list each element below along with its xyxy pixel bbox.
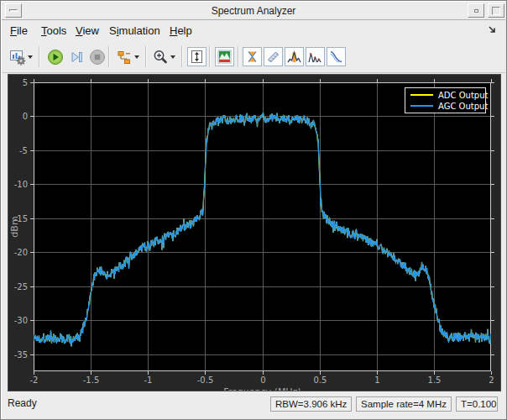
y-tick-label: -5	[19, 146, 28, 155]
x-tick-label: 0.5	[314, 375, 327, 385]
legend-label-adc: ADC Output	[438, 91, 488, 100]
toolbar-separator	[108, 46, 110, 67]
toolbar	[2, 40, 505, 73]
scope-settings-icon	[9, 49, 26, 66]
y-axis-label: dBm	[9, 216, 20, 237]
fit-to-view-icon	[189, 49, 205, 65]
menubar-arrow-icon[interactable]	[488, 25, 497, 34]
fit-to-view-button[interactable]	[187, 47, 206, 66]
simulation-configuration-button[interactable]	[114, 47, 133, 66]
axes-background	[34, 82, 491, 371]
stop-button[interactable]	[87, 47, 107, 66]
y-tick-label: 0	[23, 112, 28, 121]
agc-line-swatch	[410, 105, 433, 107]
toolbar-separator	[145, 46, 147, 67]
toolbar-separator	[209, 46, 211, 67]
title-bar: Spectrum Analyzer	[2, 2, 505, 20]
x-tick-label: 0	[260, 375, 265, 385]
status-rbw: RBW=3.906 kHz	[270, 396, 352, 412]
status-ready: Ready	[8, 397, 37, 409]
legend-entry-agc: AGC Output	[410, 101, 485, 111]
spectrum-analyzer-window: Spectrum Analyzer File Tools View Simula…	[0, 0, 507, 420]
cursor-measurements-button[interactable]	[243, 47, 262, 66]
x-tick-label: 2	[489, 375, 494, 385]
zoom-in-icon	[152, 49, 169, 66]
status-bar: Ready RBW=3.906 kHz Sample rate=4 MHz T=…	[2, 392, 505, 415]
maximize-icon	[492, 7, 500, 15]
toolbar-separator	[238, 46, 239, 67]
menu-simulation[interactable]: Simulation	[109, 21, 160, 40]
y-tick-label: -35	[14, 350, 28, 360]
x-tick-label: -2	[30, 375, 39, 385]
distortion-measurements-icon	[307, 49, 323, 65]
scope-settings-button[interactable]	[8, 47, 27, 66]
step-forward-button[interactable]	[66, 47, 86, 66]
menu-file[interactable]: File	[10, 21, 28, 40]
scope-settings-dropdown[interactable]	[28, 55, 33, 59]
zoom-in-dropdown[interactable]	[170, 55, 175, 59]
distortion-measurements-button[interactable]	[306, 47, 325, 66]
spectrum-settings-button[interactable]	[215, 47, 234, 66]
cursor-measurements-icon	[244, 49, 260, 65]
adc-line-swatch	[410, 94, 433, 96]
run-button[interactable]	[45, 47, 65, 66]
ruler-measurements-button[interactable]	[264, 47, 283, 66]
occupied-bandwidth-icon	[286, 49, 302, 65]
stop-icon	[89, 49, 106, 66]
legend[interactable]: ADC Output AGC Output	[405, 87, 486, 113]
menu-bar: File Tools View Simulation Help	[2, 21, 505, 40]
toolbar-separator	[181, 46, 183, 67]
legend-entry-adc: ADC Output	[410, 90, 485, 100]
spectrum-settings-icon	[217, 49, 233, 65]
y-tick-label: 5	[23, 78, 28, 87]
iconify-icon	[474, 9, 478, 13]
window-title: Spectrum Analyzer	[2, 2, 505, 20]
x-tick-label: -1.5	[83, 375, 100, 385]
zoom-in-button[interactable]	[150, 47, 170, 66]
simulation-configuration-dropdown[interactable]	[134, 55, 139, 59]
spectrum-plot[interactable]: -2-1.5-1-0.500.511.5250-5-10-15-20-25-30…	[8, 75, 500, 391]
occupied-bandwidth-button[interactable]	[285, 47, 304, 66]
ccdf-measurements-icon	[328, 49, 344, 65]
step-forward-icon	[68, 49, 85, 66]
iconify-button[interactable]	[468, 3, 484, 18]
menu-help[interactable]: Help	[170, 21, 192, 40]
y-tick-label: -10	[14, 180, 28, 189]
maximize-button[interactable]	[488, 3, 504, 18]
run-icon	[47, 49, 64, 66]
menu-tools[interactable]: Tools	[41, 21, 66, 40]
simulation-configuration-icon	[116, 49, 133, 66]
ccdf-measurements-button[interactable]	[327, 47, 346, 66]
x-axis-label: Frequency (MHz)	[223, 386, 301, 391]
status-sample-rate: Sample rate=4 MHz	[356, 396, 452, 412]
y-tick-label: -30	[14, 316, 28, 325]
menu-view[interactable]: View	[76, 21, 99, 40]
x-tick-label: -1	[144, 375, 153, 385]
x-tick-label: 1	[374, 375, 379, 385]
ruler-measurements-icon	[265, 49, 281, 65]
plot-panel: -2-1.5-1-0.500.511.5250-5-10-15-20-25-30…	[8, 74, 501, 391]
toolbar-separator	[39, 46, 40, 67]
legend-label-agc: AGC Output	[438, 102, 488, 111]
y-tick-label: -25	[14, 282, 28, 291]
x-tick-label: -0.5	[197, 375, 214, 385]
status-sim-time: T=0.100	[456, 396, 498, 412]
x-tick-label: 1.5	[428, 375, 442, 385]
y-tick-label: -20	[14, 248, 28, 257]
